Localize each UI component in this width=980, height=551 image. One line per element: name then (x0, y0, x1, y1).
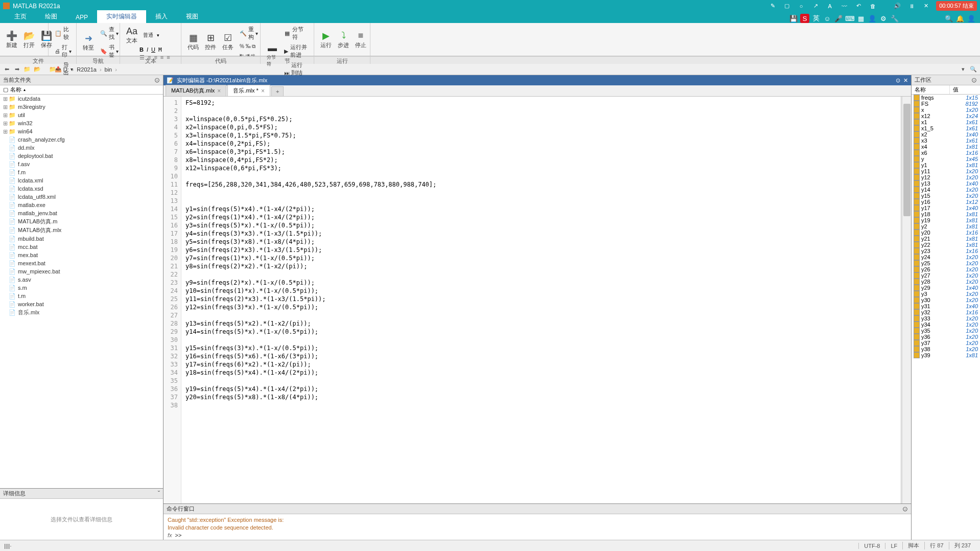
tab-app[interactable]: APP (66, 12, 97, 23)
compare-button[interactable]: 📋比较 (53, 25, 72, 42)
speaker-icon[interactable]: 🔊 (892, 1, 902, 11)
section-break-button[interactable]: ▬分节符 (265, 42, 280, 68)
file-tree[interactable]: ⊞📁icutzdata⊞📁m3iregistry⊞📁util⊞📁win32⊞📁w… (0, 95, 163, 488)
circle-icon[interactable]: ○ (796, 1, 806, 11)
editor-tab-2[interactable]: 音乐.mlx *× (227, 85, 270, 96)
workspace-variable[interactable]: y11x81 (912, 162, 980, 168)
workspace-variable[interactable]: y211x81 (912, 236, 980, 242)
tree-item[interactable]: 📄mw_mpiexec.bat (0, 267, 163, 276)
tool-icon[interactable]: 🔧 (890, 14, 899, 23)
percent-button[interactable]: % ‰ ⧉ (238, 42, 260, 51)
workspace-variable[interactable]: y351x20 (912, 328, 980, 334)
tree-item[interactable]: 📄lcdata.xml (0, 176, 163, 185)
workspace-variable[interactable]: x41x81 (912, 144, 980, 150)
workspace-variable[interactable]: y301x20 (912, 297, 980, 303)
tree-item[interactable]: 📄matlab_jenv.bat (0, 209, 163, 217)
workspace-variable[interactable]: y191x81 (912, 217, 980, 223)
bell-icon[interactable]: 🔔 (955, 14, 965, 23)
text-style-button[interactable]: Aa文本 (124, 25, 139, 45)
path-drive[interactable]: D: (61, 65, 71, 74)
status-mode[interactable]: 脚本 (902, 542, 924, 549)
square-icon[interactable]: ▢ (782, 1, 792, 11)
settings-icon[interactable]: ⚙ (879, 14, 888, 23)
up-icon[interactable]: 📁 (22, 65, 32, 74)
workspace-variable[interactable]: y1x45 (912, 156, 980, 162)
tab-close-icon[interactable]: × (217, 87, 221, 95)
path-seg-1[interactable]: R2021a (75, 65, 99, 74)
mic-icon[interactable]: 🎤 (834, 14, 843, 23)
workspace-variable[interactable]: y231x16 (912, 248, 980, 254)
editor-scrollbar[interactable] (902, 97, 911, 503)
tree-item[interactable]: ⊞📁icutzdata (0, 95, 163, 103)
scroll-thumb[interactable] (903, 104, 911, 216)
search-path-icon[interactable]: 🔍 (969, 65, 978, 74)
tab-plots[interactable]: 绘图 (36, 10, 66, 23)
workspace-variable[interactable]: y21x81 (912, 223, 980, 229)
tab-insert[interactable]: 插入 (146, 10, 177, 23)
workspace-minimize-icon[interactable]: ⊙ (971, 76, 977, 84)
tree-item[interactable]: ⊞📁win64 (0, 127, 163, 135)
workspace-variable[interactable]: y151x20 (912, 193, 980, 199)
workspace-variable[interactable]: y121x20 (912, 174, 980, 180)
tree-item[interactable]: 📄f.asv (0, 160, 163, 168)
stop-button[interactable]: ■停止 (353, 29, 368, 50)
tree-item[interactable]: 📄crash_analyzer.cfg (0, 135, 163, 144)
workspace-variable[interactable]: y271x20 (912, 272, 980, 279)
mono-button[interactable]: M (158, 47, 162, 53)
smile-icon[interactable]: ☺ (823, 14, 832, 23)
panel-minimize-icon[interactable]: ⊙ (154, 76, 160, 84)
person-icon[interactable]: 👤 (868, 14, 877, 23)
tree-item[interactable]: 📄MATLAB仿真.mlx (0, 226, 163, 235)
workspace-variable[interactable]: y311x40 (912, 303, 980, 309)
details-collapse-icon[interactable]: ˇ (158, 490, 160, 497)
ws-name-column[interactable]: 名称 (912, 85, 950, 94)
workspace-variable[interactable]: y161x12 (912, 199, 980, 205)
fx-icon[interactable]: fx (168, 532, 172, 538)
status-encoding[interactable]: UTF-8 (858, 543, 885, 549)
tree-item[interactable]: 📄matlab.exe (0, 201, 163, 209)
workspace-variable[interactable]: y261x20 (912, 266, 980, 272)
workspace-variable[interactable]: y251x20 (912, 260, 980, 266)
tree-item[interactable]: 📄MATLAB仿真.m (0, 217, 163, 226)
refactor-button[interactable]: 🔨重构▾ (238, 25, 260, 42)
tree-item[interactable]: ⊞📁util (0, 111, 163, 119)
control-button[interactable]: ⊞控件 (203, 31, 218, 52)
workspace-variable[interactable]: y31x20 (912, 291, 980, 297)
workspace-variable[interactable]: x31x61 (912, 137, 980, 144)
style-normal[interactable]: 普通 (141, 31, 155, 40)
workspace-variable[interactable]: x11x61 (912, 119, 980, 125)
workspace-variable[interactable]: x1_51x61 (912, 125, 980, 131)
workspace-columns[interactable]: 名称 值 (912, 85, 980, 95)
search-icon[interactable]: 🔍 (944, 14, 953, 23)
workspace-variable[interactable]: y141x20 (912, 187, 980, 193)
tree-item[interactable]: 📄mex.bat (0, 251, 163, 259)
end-recording-button[interactable]: 00:00:57 结束 (936, 1, 977, 11)
command-window-body[interactable]: Caught "std::exception" Exception messag… (164, 514, 911, 540)
workspace-variable[interactable]: y371x20 (912, 340, 980, 346)
tree-item[interactable]: 📄s.m (0, 284, 163, 292)
workspace-variable[interactable]: y281x20 (912, 279, 980, 285)
dropdown-icon[interactable]: ▾ (959, 65, 968, 74)
back-icon[interactable]: ⬅ (2, 65, 11, 74)
save-quick-icon[interactable]: 💾 (789, 14, 798, 23)
tree-item[interactable]: 📄dd.mlx (0, 144, 163, 152)
workspace-variable[interactable]: y111x20 (912, 168, 980, 174)
workspace-variable[interactable]: FS8192 (912, 101, 980, 107)
ws-value-column[interactable]: 值 (950, 85, 962, 94)
status-eol[interactable]: LF (885, 543, 902, 549)
tree-item[interactable]: 📄mexext.bat (0, 259, 163, 267)
ime-lang-icon[interactable]: 英 (811, 14, 821, 23)
keyboard-icon[interactable]: ⌨ (845, 14, 854, 23)
workspace-variable[interactable]: y241x20 (912, 254, 980, 260)
pause-icon[interactable]: ⏸ (906, 1, 917, 11)
path-seg-2[interactable]: bin (103, 65, 114, 74)
editor-body[interactable]: 1234567891011121314151617181920212223242… (164, 97, 911, 503)
workspace-variable[interactable]: y181x81 (912, 211, 980, 217)
code-area[interactable]: FS=8192; x=linspace(0,0.5*pi,FS*0.25); x… (181, 97, 901, 503)
tree-item[interactable]: 📄f.m (0, 168, 163, 176)
arrow-icon[interactable]: ↗ (810, 1, 821, 11)
trash-icon[interactable]: 🗑 (868, 1, 878, 11)
tree-item[interactable]: 📄s.asv (0, 276, 163, 284)
workspace-variable[interactable]: y381x20 (912, 346, 980, 352)
workspace-variable[interactable]: y341x20 (912, 322, 980, 328)
